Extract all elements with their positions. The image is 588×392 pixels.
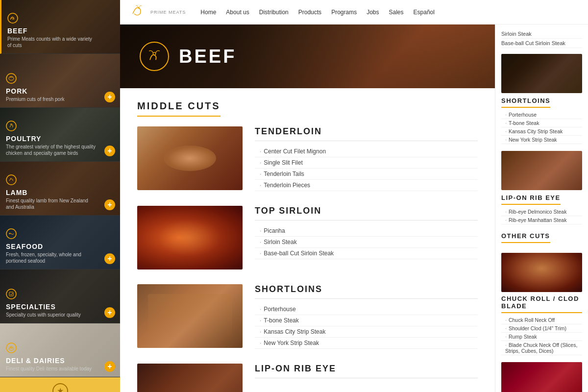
sidebar-item-content: SPECIALTIES Specialty cuts with superior… bbox=[0, 285, 100, 323]
list-item: Tenderloin Pieces bbox=[255, 180, 478, 191]
right-list-item: Chuck Roll Neck Off bbox=[501, 316, 582, 324]
hero-icon bbox=[140, 42, 169, 71]
list-item: T-bone Steak bbox=[255, 315, 478, 326]
sidebar-item-content: POULTRY The greatest variety of the high… bbox=[0, 117, 100, 161]
sidebar-item-desc: Specialty cuts with superior quality bbox=[6, 312, 96, 318]
sidebar-item-specialties[interactable]: SPECIALTIES Specialty cuts with superior… bbox=[0, 270, 120, 323]
list-item: Porterhouse bbox=[255, 304, 478, 315]
cut-row-shortloins: SHORTLOINS Porterhouse T-bone Steak Kans… bbox=[137, 284, 478, 349]
favorites-icon[interactable]: ★ bbox=[52, 383, 68, 392]
nav-about[interactable]: About us bbox=[226, 9, 249, 16]
sidebar-item-title: POULTRY bbox=[6, 135, 96, 143]
hero-title: BEEF bbox=[179, 46, 236, 67]
lip-right-image bbox=[501, 151, 582, 190]
nav-sales[interactable]: Sales bbox=[389, 9, 404, 16]
svg-point-9 bbox=[6, 289, 16, 299]
sidebar-item-desc: Premium cuts of fresh pork bbox=[6, 96, 96, 102]
right-list-item: Porterhouse bbox=[501, 111, 582, 119]
sidebar-item-content: PORK Premium cuts of fresh pork bbox=[0, 69, 100, 107]
right-list-item: T-bone Steak bbox=[501, 119, 582, 127]
poultry-icon bbox=[6, 121, 96, 134]
nav-jobs[interactable]: Jobs bbox=[367, 9, 379, 16]
sidebar-item-content: LAMB Finest quality lamb from New Zealan… bbox=[0, 171, 100, 215]
sidebar-plus-button[interactable]: + bbox=[104, 146, 115, 156]
list-item: Tenderloin Tails bbox=[255, 169, 478, 180]
svg-point-12 bbox=[9, 347, 14, 350]
sidebar-item-title: BEEF bbox=[7, 27, 96, 35]
shortloins-right-image bbox=[501, 54, 582, 93]
svg-point-6 bbox=[6, 175, 16, 185]
cuts-content: MIDDLE CUTS TENDERLOIN Center Cut Filet … bbox=[120, 88, 495, 392]
right-list-item: Rump Steak bbox=[501, 333, 582, 341]
svg-point-11 bbox=[6, 343, 16, 353]
svg-point-0 bbox=[8, 13, 18, 23]
sidebar-item-beef[interactable]: BEEF Prime Meats counts with a wide vari… bbox=[0, 0, 120, 54]
tenderloin-image-placeholder bbox=[137, 126, 243, 190]
beef-icon bbox=[7, 13, 96, 26]
sirloin-title: TOP SIRLOIN bbox=[255, 206, 478, 220]
pork-icon bbox=[6, 73, 96, 86]
chuck-right-image bbox=[501, 253, 582, 292]
lip-right-img-placeholder bbox=[501, 151, 582, 190]
svg-point-14 bbox=[138, 7, 140, 9]
shortloins-details: SHORTLOINS Porterhouse T-bone Steak Kans… bbox=[255, 284, 478, 349]
nav-espanol[interactable]: Español bbox=[414, 9, 435, 16]
right-section-skirt: SKIRT MEATS Flank Steak Flap Meat Inside… bbox=[501, 362, 582, 392]
sidebar-item-desc: Finest quality lamb from New Zealand and… bbox=[6, 197, 96, 210]
right-top-item: Base-ball Cut Sirloin Steak bbox=[501, 39, 582, 48]
hero: BEEF bbox=[120, 24, 495, 88]
left-sidebar: BEEF Prime Meats counts with a wide vari… bbox=[0, 0, 120, 392]
nav-home[interactable]: Home bbox=[200, 9, 216, 16]
logo-text: PRIME MEATS bbox=[150, 10, 186, 15]
list-item: Kansas City Strip Steak bbox=[255, 326, 478, 338]
sidebar-plus-button[interactable]: + bbox=[104, 361, 115, 372]
sidebar-plus-button[interactable]: + bbox=[104, 307, 115, 318]
sidebar-item-deli[interactable]: DELI & DAIRIES Finest quality Deli items… bbox=[0, 323, 120, 377]
list-item: Picanha bbox=[255, 225, 478, 237]
sidebar-item-title: SPECIALTIES bbox=[6, 303, 96, 311]
sirloin-items: Picanha Sirloin Steak Base-ball Cut Sirl… bbox=[255, 225, 478, 259]
right-lip-title: LIP-ON RIB EYE bbox=[501, 194, 561, 205]
section-header: MIDDLE CUTS bbox=[137, 100, 220, 117]
cut-row-tenderloin: TENDERLOIN Center Cut Filet Mignon Singl… bbox=[137, 126, 478, 191]
layout-body: BEEF MIDDLE CUTS TENDERLOIN bbox=[120, 24, 588, 392]
sidebar-item-poultry[interactable]: POULTRY The greatest variety of the high… bbox=[0, 108, 120, 162]
list-item: Center Cut Filet Mignon bbox=[255, 146, 478, 157]
navbar: PRIME MEATS Home About us Distribution P… bbox=[120, 0, 588, 24]
sidebar-item-lamb[interactable]: LAMB Finest quality lamb from New Zealan… bbox=[0, 162, 120, 216]
right-list-item: Kansas City Strip Steak bbox=[501, 127, 582, 136]
sidebar-item-title: LAMB bbox=[6, 189, 96, 196]
right-chuck-title: CHUCK ROLL / CLOD BLADE bbox=[501, 295, 582, 313]
sidebar-plus-button[interactable]: + bbox=[104, 92, 115, 102]
nav-programs[interactable]: Programs bbox=[331, 9, 357, 16]
sidebar-item-title: DELI & DAIRIES bbox=[6, 357, 96, 365]
nav-distribution[interactable]: Distribution bbox=[259, 9, 289, 16]
lip-title: LIP-ON RIB EYE bbox=[255, 364, 478, 378]
sidebar-item-pork[interactable]: PORK Premium cuts of fresh pork + bbox=[0, 54, 120, 108]
cut-row-lip: LIP-ON RIB EYE bbox=[137, 364, 478, 392]
sidebar-item-content: BEEF Prime Meats counts with a wide vari… bbox=[1, 9, 100, 53]
lip-image bbox=[137, 364, 243, 392]
lip-image-placeholder bbox=[137, 364, 243, 392]
shortloins-image bbox=[137, 284, 243, 348]
tenderloin-items: Center Cut Filet Mignon Single Slit File… bbox=[255, 146, 478, 191]
sidebar-plus-button[interactable]: + bbox=[104, 199, 115, 210]
svg-point-5 bbox=[11, 124, 12, 125]
sidebar-item-seafood[interactable]: SEAFOOD Fresh, frozen, specialty, whole … bbox=[0, 216, 120, 270]
sirloin-image-placeholder bbox=[137, 206, 243, 270]
shortloins-image-placeholder bbox=[137, 284, 243, 348]
skirt-right-image bbox=[501, 362, 582, 392]
svg-point-4 bbox=[6, 121, 16, 131]
sidebar-item-content: DELI & DAIRIES Finest quality Deli items… bbox=[0, 339, 100, 377]
nav-products[interactable]: Products bbox=[298, 9, 321, 16]
list-item: Base-ball Cut Sirloin Steak bbox=[255, 248, 478, 259]
deli-icon bbox=[6, 343, 96, 356]
logo-icon bbox=[130, 3, 147, 21]
tenderloin-details: TENDERLOIN Center Cut Filet Mignon Singl… bbox=[255, 126, 478, 191]
sidebar-item-desc: The greatest variety of the highest qual… bbox=[6, 144, 96, 156]
right-list-item: New York Strip Steak bbox=[501, 136, 582, 144]
sidebar-item-title: PORK bbox=[6, 87, 96, 95]
sidebar-plus-button[interactable]: + bbox=[104, 253, 115, 264]
right-section-lip: LIP-ON RIB EYE Rib-eye Delmonico Steak R… bbox=[501, 151, 582, 224]
cut-row-sirloin: TOP SIRLOIN Picanha Sirloin Steak Base-b… bbox=[137, 206, 478, 270]
